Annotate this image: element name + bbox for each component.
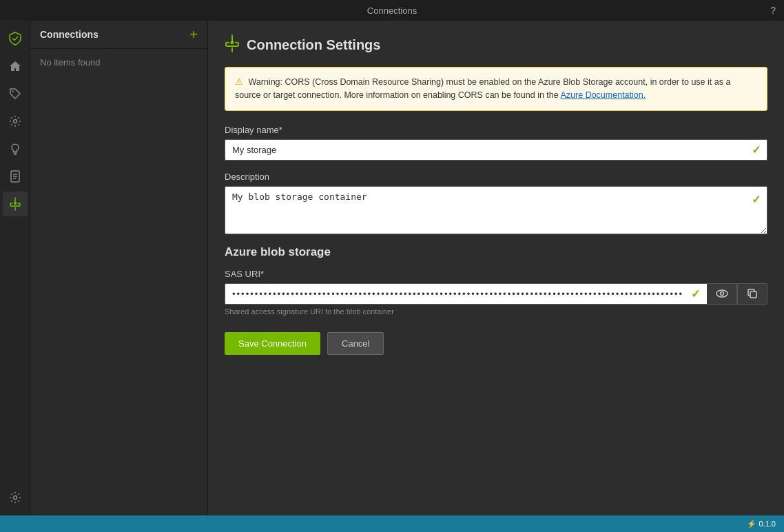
nav-settings[interactable] (3, 109, 28, 134)
description-input[interactable]: My blob storage container (225, 186, 767, 234)
lightbulb-icon (9, 143, 21, 155)
display-name-label: Display name* (225, 125, 767, 135)
shield-icon (9, 32, 21, 45)
warning-text: Warning: CORS (Cross Domain Resource Sha… (235, 77, 730, 100)
help-button[interactable]: ? (770, 5, 776, 16)
nav-document[interactable] (3, 164, 28, 189)
nav-tag[interactable] (3, 81, 28, 106)
sidebar-title: Connections (40, 29, 99, 40)
sidebar-empty-message: No items found (30, 49, 207, 76)
svg-point-6 (720, 292, 723, 296)
connection-header-svg (225, 34, 240, 52)
nav-lightbulb[interactable] (3, 136, 28, 161)
warning-icon: ⚠ (235, 77, 243, 87)
settings-icon (9, 491, 21, 504)
button-row: Save Connection Cancel (225, 332, 767, 355)
svg-point-0 (13, 120, 17, 123)
svg-point-4 (230, 41, 234, 44)
top-bar: Connections ? (0, 0, 784, 21)
sas-uri-input[interactable] (225, 283, 707, 305)
cancel-button[interactable]: Cancel (327, 332, 384, 355)
document-icon (10, 170, 21, 183)
description-group: Description My blob storage container ✓ (225, 172, 767, 234)
svg-point-2 (14, 202, 17, 205)
nav-connections[interactable] (3, 192, 28, 216)
section-header: Connection Settings (225, 34, 767, 56)
version-label: ⚡ 0.1.0 (747, 520, 776, 529)
svg-rect-7 (750, 291, 756, 298)
nav-bottom-settings[interactable] (3, 485, 28, 510)
sas-uri-group: SAS URI* ✓ (225, 269, 767, 316)
main-area: Connections + No items found Connection … (0, 21, 784, 515)
tag-icon (9, 88, 21, 100)
bottom-bar: ⚡ 0.1.0 (0, 515, 784, 532)
description-label: Description (225, 172, 767, 182)
warning-link[interactable]: Azure Documentation. (561, 90, 646, 100)
content-area: Connection Settings ⚠ Warning: CORS (Cro… (208, 21, 784, 515)
nav-logo[interactable] (3, 26, 28, 51)
home-icon (9, 60, 21, 72)
azure-section: Azure blob storage SAS URI* ✓ (225, 245, 767, 316)
svg-point-5 (716, 290, 728, 297)
connection-icon (10, 197, 21, 211)
svg-point-3 (13, 496, 17, 500)
app-title: Connections (367, 6, 417, 16)
sas-uri-row: ✓ (225, 283, 767, 305)
azure-section-title: Azure blob storage (225, 245, 767, 259)
sidebar-add-button[interactable]: + (189, 28, 198, 41)
warning-box: ⚠ Warning: CORS (Cross Domain Resource S… (225, 67, 767, 111)
copy-icon (747, 288, 758, 299)
sas-copy-button[interactable] (737, 283, 767, 305)
eye-icon (716, 289, 728, 298)
display-name-input[interactable] (225, 139, 767, 161)
connection-header-icon (225, 34, 240, 56)
sas-uri-hint: Shared access signature URI to the blob … (225, 307, 767, 316)
sidebar: Connections + No items found (30, 21, 208, 515)
sas-uri-label: SAS URI* (225, 269, 767, 279)
left-nav (0, 21, 30, 515)
nav-home[interactable] (3, 54, 28, 79)
display-name-wrapper: ✓ (225, 139, 767, 161)
cog-icon (9, 115, 21, 127)
description-wrapper: My blob storage container ✓ (225, 186, 767, 234)
sidebar-header: Connections + (30, 21, 207, 49)
sas-eye-button[interactable] (707, 283, 737, 305)
display-name-check-icon: ✓ (752, 143, 761, 156)
page-title: Connection Settings (247, 37, 380, 53)
sas-uri-check-icon: ✓ (691, 287, 700, 300)
save-connection-button[interactable]: Save Connection (225, 332, 320, 355)
sas-input-wrapper: ✓ (225, 283, 707, 305)
description-check-icon: ✓ (752, 193, 761, 206)
display-name-group: Display name* ✓ (225, 125, 767, 161)
